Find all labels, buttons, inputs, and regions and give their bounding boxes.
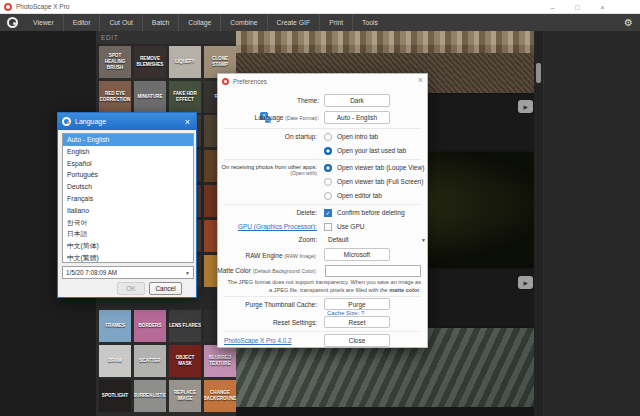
language-item[interactable]: Português xyxy=(63,169,193,181)
effect-thumb[interactable]: CHANGE BACKGROUND xyxy=(204,380,236,412)
effect-thumb[interactable]: DRAW xyxy=(99,345,131,377)
radio-open-last-used-tab[interactable] xyxy=(324,147,332,155)
radio-viewer-fullscreen[interactable] xyxy=(324,178,332,186)
preferences-titlebar[interactable]: Preferences xyxy=(218,74,427,88)
language-label: Language (Date Format): xyxy=(255,114,319,121)
scrollbar-thumb[interactable] xyxy=(536,63,541,83)
effect-thumb-label: MINIATURE xyxy=(137,94,162,100)
settings-gear-icon[interactable]: ⚙ xyxy=(624,14,633,31)
effect-thumb[interactable]: SURREALISTIC xyxy=(134,380,166,412)
effect-thumb[interactable]: RED EYE CORRECTION xyxy=(99,81,131,113)
ok-button[interactable]: OK xyxy=(117,282,145,295)
language-item[interactable]: Español xyxy=(63,158,193,170)
language-item[interactable]: Italiano xyxy=(63,205,193,217)
menu-item-create-gif[interactable]: Create GIF xyxy=(267,14,320,31)
effect-thumb-label: OBJECT MASK xyxy=(169,355,201,366)
zoom-label: Zoom: xyxy=(299,236,317,243)
maximize-button[interactable]: □ xyxy=(565,0,590,14)
matte-color-input[interactable] xyxy=(325,265,421,277)
radio-viewer-loupe[interactable] xyxy=(324,164,332,172)
language-item[interactable]: Français xyxy=(63,193,193,205)
raw-engine-label: RAW Engine (RAW Image): xyxy=(246,252,317,259)
theme-label: Theme: xyxy=(297,97,319,104)
effect-thumb[interactable]: SCATTER xyxy=(134,345,166,377)
menu-item-viewer[interactable]: Viewer xyxy=(24,14,63,31)
effect-thumb-label: SPOTLIGHT xyxy=(102,393,128,399)
effect-thumb[interactable]: FAKE HDR EFFECT xyxy=(169,81,201,113)
preferences-dialog: Preferences × Theme: Dark A 文 Language (… xyxy=(217,73,428,348)
language-item[interactable]: English xyxy=(63,146,193,158)
effect-thumb[interactable]: SPOTLIGHT xyxy=(99,380,131,412)
effect-thumb[interactable]: LENS FLARES xyxy=(169,310,201,342)
effect-thumb[interactable]: REMOVE BLEMISHES xyxy=(134,46,166,78)
effect-thumb-label: DRAW xyxy=(108,358,122,364)
theme-button[interactable]: Dark xyxy=(324,94,390,107)
effect-thumb[interactable]: SPOT HEALING BRUSH xyxy=(99,46,131,78)
language-dialog-titlebar[interactable]: Language × xyxy=(58,113,196,130)
photoscape-logo-icon[interactable] xyxy=(7,17,18,28)
version-link[interactable]: PhotoScape X Pro 4.0.2 xyxy=(224,337,292,344)
effect-thumb-label: REMOVE BLEMISHES xyxy=(134,56,166,67)
effect-thumb[interactable]: LIQUEFY xyxy=(169,46,201,78)
language-dialog-title: Language xyxy=(75,118,106,125)
effect-thumb-label: BORDERS xyxy=(139,323,162,329)
language-item[interactable]: Deutsch xyxy=(63,181,193,193)
language-list: Auto - EnglishEnglishEspañolPortuguêsDeu… xyxy=(62,133,194,263)
effect-thumb[interactable]: OBJECT MASK xyxy=(169,345,201,377)
menu-item-print[interactable]: Print xyxy=(319,14,352,31)
scrollbar-track[interactable] xyxy=(534,31,543,416)
menu-bar: ViewerEditorCut OutBatchCollageCombineCr… xyxy=(0,14,640,31)
zoom-dropdown[interactable]: Default xyxy=(328,236,349,243)
language-item[interactable]: Auto - English xyxy=(63,134,193,146)
menu-item-tools[interactable]: Tools xyxy=(352,14,387,31)
menu-item-cut-out[interactable]: Cut Out xyxy=(99,14,141,31)
title-bar[interactable]: PhotoScape X Pro – □ × xyxy=(0,0,640,14)
gpu-link[interactable]: GPU (Graphics Processor): xyxy=(238,223,317,230)
language-item[interactable]: 日本語 xyxy=(63,228,193,240)
menubar-items: ViewerEditorCut OutBatchCollageCombineCr… xyxy=(24,14,387,31)
confirm-delete-checkbox[interactable]: ✓ xyxy=(324,209,332,217)
play-icon[interactable]: ▶ xyxy=(518,276,533,289)
minimize-button[interactable]: – xyxy=(540,0,565,14)
effect-thumb-label: SCATTER xyxy=(139,358,160,364)
effect-thumb-label: LENS FLARES xyxy=(169,323,201,329)
effect-thumb[interactable]: BLURRED TEXTURE xyxy=(204,345,236,377)
chevron-down-icon[interactable]: ▼ xyxy=(421,237,426,243)
receiving-label: On receiving photos from other apps: (Op… xyxy=(222,164,317,176)
reset-button[interactable]: Reset xyxy=(324,316,390,328)
play-icon[interactable]: ▶ xyxy=(518,100,533,113)
language-button[interactable]: Auto - English xyxy=(324,111,390,124)
effect-thumb-label: FRAMES xyxy=(105,323,124,329)
effect-thumb-label: REPLACE IMAGE xyxy=(169,390,201,401)
menu-item-batch[interactable]: Batch xyxy=(142,14,178,31)
date-format-dropdown[interactable]: 1/5/20 7:08:09 AM ▼ xyxy=(62,266,194,279)
effect-thumb-label: SURREALISTIC xyxy=(134,393,166,399)
menu-item-combine[interactable]: Combine xyxy=(220,14,266,31)
radio-editor-tab[interactable] xyxy=(324,192,332,200)
close-dialog-button[interactable]: Close xyxy=(324,334,390,347)
menu-item-collage[interactable]: Collage xyxy=(178,14,220,31)
effect-thumb-label: LIQUEFY xyxy=(175,59,195,65)
effect-thumb-label: RED EYE CORRECTION xyxy=(99,91,131,102)
effect-thumb[interactable]: MINIATURE xyxy=(134,81,166,113)
language-item[interactable]: 한국어 xyxy=(63,217,193,229)
use-gpu-checkbox[interactable] xyxy=(324,223,332,231)
language-item[interactable]: 中文(简体) xyxy=(63,240,193,252)
close-icon[interactable]: × xyxy=(183,117,192,127)
effect-thumb[interactable]: REPLACE IMAGE xyxy=(169,380,201,412)
purge-button[interactable]: Purge xyxy=(324,298,390,310)
chevron-down-icon: ▼ xyxy=(185,270,190,276)
cancel-button[interactable]: Cancel xyxy=(149,282,182,295)
effect-thumb[interactable]: BORDERS xyxy=(134,310,166,342)
radio-open-intro-tab[interactable] xyxy=(324,133,332,141)
reset-label: Reset Settings: xyxy=(273,319,317,326)
window-title: PhotoScape X Pro xyxy=(16,3,69,10)
effect-thumb-label: CLONE STAMP xyxy=(204,56,236,67)
language-item[interactable]: 中文(繁體) xyxy=(63,252,193,263)
effect-thumb[interactable]: FRAMES xyxy=(99,310,131,342)
raw-engine-button[interactable]: Microsoft xyxy=(324,248,390,261)
close-icon[interactable]: × xyxy=(418,75,423,85)
delete-label: Delete: xyxy=(296,209,317,216)
menu-item-editor[interactable]: Editor xyxy=(63,14,100,31)
close-button[interactable]: × xyxy=(590,0,615,14)
